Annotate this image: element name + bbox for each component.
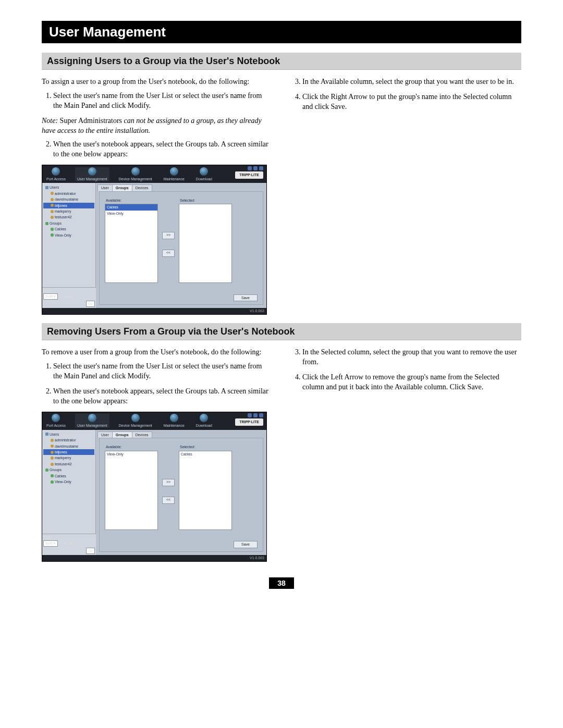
window-controls[interactable] [248,413,263,417]
tree-group[interactable]: Cables [43,226,94,232]
tab-user[interactable]: User [97,184,113,191]
move-left-button[interactable]: << [162,250,175,257]
folder-icon [45,468,48,472]
version-footer: V1.0.063 [42,308,266,314]
user-icon [51,463,54,466]
tree-users-root[interactable]: Users [43,431,94,437]
filter-checkbox[interactable]: ☐ Active [59,294,74,299]
selected-listbox[interactable]: Cables [179,451,232,530]
nav-download[interactable]: Download [194,167,214,181]
version-footer: V1.0.063 [42,555,266,561]
tree-groups-root[interactable]: Groups [43,467,94,473]
user-icon [51,445,54,448]
user-icon [51,198,54,201]
tab-groups[interactable]: Groups [112,184,132,191]
nav-port-access[interactable]: Port Access [44,167,68,181]
list-item[interactable]: Cables [105,204,157,210]
tree-user[interactable]: administrator [43,437,94,443]
tree-user-selected[interactable]: biljones [43,449,94,455]
move-right-button[interactable]: >> [162,479,175,486]
selected-label: Selected: [179,198,232,203]
tree-user-selected[interactable]: biljones [43,203,94,208]
globe-icon [131,167,140,176]
section-2-step-3: In the Selected column, select the group… [302,348,521,367]
tree-group[interactable]: View-Only [43,232,94,238]
nav-user-management[interactable]: User Management [75,414,109,428]
section-2-step-1: Select the user's name from the User Lis… [53,362,272,381]
nav-maintenance[interactable]: Maintenance [162,167,187,181]
tab-user[interactable]: User [97,431,113,438]
brand-logo: TRIPP·LITE [235,418,263,426]
available-label: Available: [105,198,158,203]
section-1-step-1: Select the user's name from the User Lis… [53,91,272,111]
brand-logo: TRIPP·LITE [235,171,263,179]
nav-download[interactable]: Download [194,414,214,428]
nav-device-management[interactable]: Device Management [117,167,154,181]
available-listbox[interactable]: View-Only [105,451,158,530]
list-item[interactable]: View-Only [105,451,157,457]
section-2-header: Removing Users From a Group via the User… [42,323,521,340]
ui-topbar: Port Access User Management Device Manag… [42,412,266,430]
tab-groups[interactable]: Groups [112,431,132,438]
tabs: User Groups Devices [96,430,266,438]
section-2-step-4: Click the Left Arrow to remove the group… [302,373,521,392]
filter-dropdown[interactable]: Both ▾ [43,540,58,547]
list-item[interactable]: Cables [179,451,231,457]
globe-icon [88,414,96,422]
sidebar-tree[interactable]: Users administrator davidmustaine biljon… [42,430,96,534]
nav-maintenance[interactable]: Maintenance [162,414,187,428]
tab-devices[interactable]: Devices [132,431,152,438]
folder-icon [45,186,48,189]
globe-icon [52,167,60,176]
tree-user[interactable]: davidmustaine [43,196,94,202]
window-controls[interactable] [248,166,263,170]
tree-group[interactable]: Cables [43,473,94,479]
available-listbox[interactable]: Cables View-Only [105,204,158,283]
section-1-intro: To assign a user to a group from the Use… [42,77,272,87]
filter-go-button[interactable]: Go [86,301,95,307]
group-icon [51,233,54,237]
page-title: User Management [42,21,521,43]
section-1-note: Note: Super Administrators can not be as… [42,116,272,136]
save-button[interactable]: Save [234,294,258,301]
group-icon [51,480,54,484]
tree-user[interactable]: davidmustaine [43,443,94,449]
user-icon [51,439,54,442]
tree-user[interactable]: administrator [43,191,94,196]
tab-devices[interactable]: Devices [132,184,152,191]
tree-groups-root[interactable]: Groups [43,220,94,226]
sidebar-tree[interactable]: Users administrator davidmustaine biljon… [42,183,96,287]
globe-icon [52,414,60,422]
filter-checkbox[interactable]: ☐ Active [59,541,74,546]
filter-dropdown[interactable]: Both ▾ [43,293,58,300]
nav-device-management[interactable]: Device Management [117,414,154,428]
selected-listbox[interactable] [179,204,232,283]
globe-icon [200,414,208,422]
tree-users-root[interactable]: Users [43,184,94,190]
tree-user[interactable]: markperry [43,208,94,214]
section-1-left-col: To assign a user to a group from the Use… [42,77,272,315]
move-left-button[interactable]: << [162,497,175,504]
selected-label: Selected: [179,445,232,449]
sidebar-filter: Filter Both ▾ ☐ Active Go [42,287,96,308]
section-1-step-2: When the user's notebook appears, select… [53,140,272,159]
save-button[interactable]: Save [234,541,258,548]
available-label: Available: [105,445,158,449]
section-1-body: To assign a user to a group from the Use… [42,77,521,315]
list-item[interactable]: View-Only [105,211,157,216]
section-2-right-col: In the Selected column, select the group… [291,348,521,561]
nav-user-management[interactable]: User Management [75,167,109,181]
tree-group[interactable]: View-Only [43,479,94,485]
nav-port-access[interactable]: Port Access [44,414,68,428]
section-2-step-2: When the user's notebook appears, select… [53,387,272,406]
tree-user[interactable]: testuser42 [43,461,94,467]
section-1-header: Assigning Users to a Group via the User'… [42,53,521,70]
globe-icon [170,414,178,422]
section-1-step-3: In the Available column, select the grou… [302,77,521,87]
tree-user[interactable]: markperry [43,455,94,461]
section-2-left-col: To remove a user from a group from the U… [42,348,272,561]
filter-go-button[interactable]: Go [86,548,95,554]
move-right-button[interactable]: >> [162,232,175,239]
tree-user[interactable]: testuser42 [43,214,94,220]
page-number: 38 [42,577,521,589]
